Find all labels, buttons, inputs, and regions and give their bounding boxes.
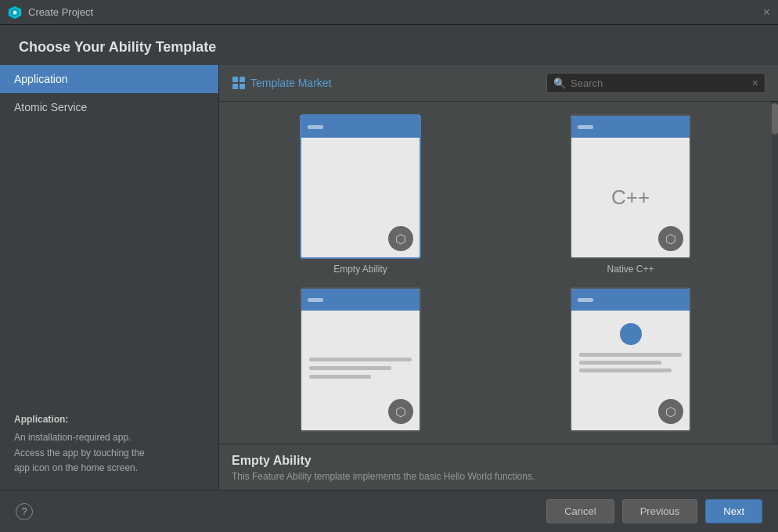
preview-badge-1: ⬡: [388, 226, 413, 251]
scrollbar-thumb[interactable]: [772, 103, 778, 135]
text-line-4-2: [579, 361, 661, 365]
preview-badge-2: ⬡: [658, 226, 683, 251]
dialog-content: Application Atomic Service Application: …: [0, 65, 778, 490]
selected-template-description: This Feature Ability template implements…: [232, 471, 765, 482]
panel-right: ⬡ Empty Ability C+: [219, 102, 778, 444]
template-market-text: Template Market: [250, 77, 331, 89]
topbar-dot-3: [308, 298, 323, 302]
badge-icon-3: ⬡: [395, 404, 406, 419]
dialog-header: Choose Your Ability Template: [0, 25, 778, 65]
line-3-2: [309, 366, 391, 370]
topbar-dot-2: [578, 125, 593, 129]
template-name-1: Empty Ability: [333, 264, 387, 275]
previous-button[interactable]: Previous: [622, 499, 698, 523]
preview-body-3: ⬡: [301, 311, 420, 430]
search-input[interactable]: [571, 77, 747, 89]
sidebar-item-atomic-service[interactable]: Atomic Service: [0, 93, 218, 121]
next-button[interactable]: Next: [705, 499, 762, 523]
svg-rect-6: [240, 84, 245, 89]
svg-rect-4: [240, 77, 245, 82]
sidebar-desc-body: An installation-required app. Access the…: [14, 430, 204, 476]
topbar-dot-4: [578, 298, 593, 302]
template-preview-empty: ⬡: [300, 114, 421, 259]
template-name-2: Native C++: [607, 264, 654, 275]
panel-toolbar: Template Market 🔍 ×: [219, 65, 778, 102]
line-3-3: [309, 375, 371, 379]
bottom-bar: ? Cancel Previous Next: [0, 490, 778, 532]
app-logo-icon: [8, 5, 22, 20]
preview-body-4: ⬡: [571, 311, 690, 430]
preview-text-lines-4: [571, 353, 690, 376]
main-panel: Template Market 🔍 ×: [219, 65, 778, 490]
search-box: 🔍 ×: [546, 73, 765, 93]
preview-topbar-2: [571, 116, 690, 138]
templates-grid: ⬡ Empty Ability C+: [219, 102, 772, 444]
svg-rect-3: [232, 77, 238, 82]
template-card-3[interactable]: ⬡: [232, 287, 489, 437]
svg-point-2: [13, 10, 17, 14]
template-preview-4: ⬡: [570, 287, 691, 432]
preview-circle-4: [620, 323, 642, 345]
dialog-body: Choose Your Ability Template Application…: [0, 25, 778, 490]
title-bar-left: Create Project: [8, 5, 93, 20]
preview-lines-3: [301, 350, 420, 391]
sidebar-desc-title: Application:: [14, 412, 204, 427]
template-card-native-cpp[interactable]: C++ ⬡ Native C++: [502, 114, 759, 275]
close-button[interactable]: ×: [763, 6, 770, 19]
line-3-1: [309, 358, 412, 361]
preview-body-1: ⬡: [301, 138, 420, 257]
market-icon: [232, 76, 246, 90]
template-preview-3: ⬡: [300, 287, 421, 432]
preview-topbar-1: [301, 116, 420, 138]
search-icon: 🔍: [553, 77, 566, 89]
text-line-4-3: [579, 368, 672, 372]
badge-icon-4: ⬡: [665, 404, 676, 419]
description-section: Empty Ability This Feature Ability templ…: [219, 444, 778, 490]
scrollbar-track[interactable]: [772, 102, 778, 444]
preview-body-2: C++ ⬡: [571, 138, 690, 257]
help-button[interactable]: ?: [16, 503, 33, 520]
topbar-dot: [308, 125, 323, 129]
preview-topbar-3: [301, 289, 420, 311]
title-bar: Create Project ×: [0, 0, 778, 25]
search-clear-button[interactable]: ×: [752, 77, 758, 89]
preview-badge-3: ⬡: [388, 399, 413, 424]
svg-rect-5: [232, 84, 238, 89]
cancel-button[interactable]: Cancel: [546, 499, 614, 523]
template-card-empty-ability[interactable]: ⬡ Empty Ability: [232, 114, 489, 275]
template-preview-cpp: C++ ⬡: [570, 114, 691, 259]
text-line-4-1: [579, 353, 682, 357]
cpp-text: C++: [611, 185, 650, 210]
sidebar-item-application[interactable]: Application: [0, 65, 218, 93]
sidebar-description: Application: An installation-required ap…: [0, 398, 218, 490]
selected-template-name: Empty Ability: [232, 454, 765, 468]
preview-badge-4: ⬡: [658, 399, 683, 424]
title-bar-title: Create Project: [28, 6, 93, 18]
template-market-label: Template Market: [232, 76, 331, 90]
sidebar: Application Atomic Service Application: …: [0, 65, 219, 490]
preview-topbar-4: [571, 289, 690, 311]
template-card-4[interactable]: ⬡: [502, 287, 759, 437]
badge-icon-2: ⬡: [665, 232, 676, 246]
bottom-buttons: Cancel Previous Next: [546, 499, 762, 523]
badge-icon-1: ⬡: [395, 232, 406, 246]
